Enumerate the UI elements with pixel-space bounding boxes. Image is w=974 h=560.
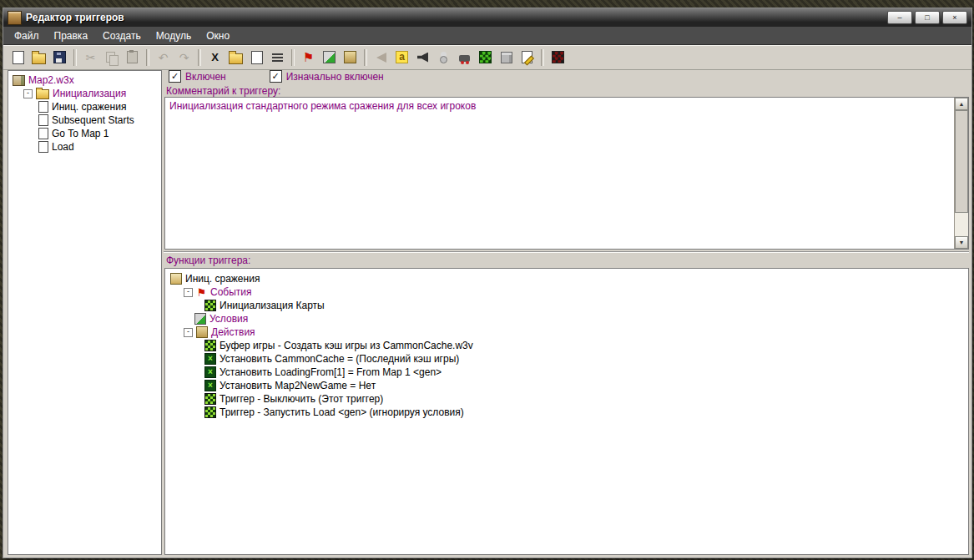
event-checker-icon bbox=[204, 300, 216, 311]
undo-button[interactable]: ↶ bbox=[153, 48, 174, 68]
tree-item-subsequent-starts[interactable]: Subsequent Starts bbox=[8, 114, 161, 127]
speaker-icon bbox=[417, 53, 428, 63]
comment-label: Комментарий к триггеру: bbox=[166, 85, 280, 97]
new-event-button[interactable]: ⚑ bbox=[298, 48, 319, 68]
collapse-icon[interactable] bbox=[184, 288, 193, 297]
trigger-page-icon bbox=[38, 101, 48, 113]
snowman-icon bbox=[440, 56, 447, 63]
copy-button[interactable] bbox=[101, 48, 122, 68]
open-icon bbox=[32, 53, 46, 64]
tree-category-initialization[interactable]: Инициализация bbox=[8, 87, 161, 100]
tree-root-map[interactable]: Map2.w3x bbox=[8, 73, 161, 87]
new-document-button[interactable] bbox=[8, 48, 28, 68]
func-events-node[interactable]: События bbox=[165, 285, 968, 299]
cart-button[interactable] bbox=[454, 48, 475, 68]
menu-module[interactable]: Модуль bbox=[149, 28, 199, 43]
menu-edit[interactable]: Правка bbox=[47, 28, 96, 43]
collapse-icon[interactable] bbox=[23, 89, 33, 98]
action-icon bbox=[196, 326, 208, 338]
new-condition-icon bbox=[323, 51, 336, 63]
trigger-action-icon bbox=[204, 393, 216, 405]
tree-item-label: Subsequent Starts bbox=[52, 114, 134, 126]
func-actions-node[interactable]: Действия bbox=[165, 325, 968, 339]
titlebar[interactable]: Редактор триггеров – □ × bbox=[3, 8, 971, 27]
cube-button[interactable] bbox=[496, 48, 517, 68]
redo-button[interactable]: ↷ bbox=[174, 48, 194, 68]
tree-item-go-to-map-1[interactable]: Go To Map 1 bbox=[8, 127, 161, 140]
collapse-icon[interactable] bbox=[184, 328, 193, 337]
scrollbar-track[interactable] bbox=[955, 110, 968, 236]
checkbox-check-icon bbox=[270, 70, 282, 83]
new-trigger-icon bbox=[251, 51, 263, 64]
window-controls: – □ × bbox=[887, 11, 967, 24]
toolbar-separator bbox=[364, 49, 367, 66]
func-action-item[interactable]: Триггер - Выключить (Этот триггер) bbox=[165, 392, 968, 406]
comment-text: Инициализация стандартного режима сражен… bbox=[169, 100, 950, 113]
tree-item-load[interactable]: Load bbox=[8, 140, 161, 154]
new-category-button[interactable] bbox=[225, 48, 246, 68]
cut-icon: ✂ bbox=[86, 52, 96, 63]
menu-file[interactable]: Файл bbox=[7, 28, 47, 43]
minimize-button[interactable]: – bbox=[887, 11, 912, 24]
comment-textarea[interactable]: Инициализация стандартного режима сражен… bbox=[164, 97, 969, 250]
toolbar-separator bbox=[198, 49, 201, 66]
new-category-icon bbox=[229, 53, 243, 64]
func-conditions-node[interactable]: Условия bbox=[165, 312, 968, 325]
redo-icon: ↷ bbox=[179, 52, 189, 63]
func-action-item[interactable]: Триггер - Запустить Load <gen> (игнориру… bbox=[165, 406, 968, 419]
func-action-item[interactable]: Установить LoadingFrom[1] = From Map 1 <… bbox=[165, 366, 968, 379]
new-document-icon bbox=[13, 51, 24, 64]
test-map-button[interactable] bbox=[548, 48, 568, 68]
cart-icon bbox=[459, 55, 470, 62]
new-trigger-button[interactable] bbox=[246, 48, 267, 68]
menu-window[interactable]: Окно bbox=[199, 28, 237, 43]
event-flag-icon bbox=[196, 287, 207, 298]
delete-icon: X bbox=[211, 52, 219, 63]
toolbar-separator bbox=[73, 49, 77, 66]
menu-create[interactable]: Создать bbox=[95, 28, 149, 43]
cut-button[interactable]: ✂ bbox=[80, 48, 101, 68]
condition-icon bbox=[194, 313, 206, 325]
import-icon bbox=[522, 51, 532, 63]
toolbar: ✂↶↷X⚑a bbox=[3, 45, 971, 70]
tree-root-label: Map2.w3x bbox=[28, 74, 74, 86]
paste-button[interactable] bbox=[122, 48, 143, 68]
maximize-button[interactable]: □ bbox=[915, 11, 940, 24]
scrollbar-thumb[interactable] bbox=[955, 110, 968, 213]
open-button[interactable] bbox=[28, 48, 49, 68]
import-button[interactable] bbox=[517, 48, 537, 68]
save-icon bbox=[53, 51, 66, 63]
set-variable-icon bbox=[204, 353, 216, 365]
func-action-item[interactable]: Установить Map2NewGame = Нет bbox=[165, 379, 968, 392]
new-action-button[interactable] bbox=[340, 48, 361, 68]
save-button[interactable] bbox=[49, 48, 70, 68]
func-root[interactable]: Иниц. сражения bbox=[165, 272, 968, 285]
snowman-button[interactable] bbox=[433, 48, 454, 68]
func-event-item[interactable]: Инициализация Карты bbox=[165, 299, 968, 312]
megaphone-button[interactable] bbox=[371, 48, 391, 68]
paste-icon bbox=[127, 51, 138, 63]
speaker-button[interactable] bbox=[412, 48, 433, 68]
cube-icon bbox=[501, 52, 512, 63]
new-condition-button[interactable] bbox=[319, 48, 340, 68]
scroll-down-icon[interactable]: ▼ bbox=[955, 236, 968, 249]
new-comment-button[interactable] bbox=[267, 48, 288, 68]
tree-item-label: Load bbox=[52, 141, 74, 153]
grid-button[interactable] bbox=[475, 48, 496, 68]
menu-bar: Файл Правка Создать Модуль Окно bbox=[3, 27, 971, 45]
scroll-up-icon[interactable]: ▲ bbox=[955, 98, 968, 110]
enabled-checkbox[interactable]: Включен bbox=[169, 70, 226, 83]
trigger-page-icon bbox=[38, 128, 48, 139]
new-comment-icon bbox=[272, 53, 283, 62]
comment-scrollbar[interactable]: ▲ ▼ bbox=[954, 98, 968, 249]
client-area: Map2.w3x Инициализация Иниц. сражения Su… bbox=[4, 68, 971, 557]
text-a-button[interactable]: a bbox=[391, 48, 412, 68]
func-action-item[interactable]: Буфер игры - Создать кэш игры из CammonC… bbox=[165, 339, 968, 352]
initially-on-checkbox[interactable]: Изначально включен bbox=[270, 70, 384, 83]
trigger-icon bbox=[170, 273, 182, 285]
func-action-item[interactable]: Установить CammonCache = (Последний кэш … bbox=[165, 352, 968, 366]
tree-item-init-battle[interactable]: Иниц. сражения bbox=[8, 100, 161, 114]
close-button[interactable]: × bbox=[942, 11, 967, 24]
delete-button[interactable]: X bbox=[204, 48, 225, 68]
func-root-label: Иниц. сражения bbox=[185, 273, 260, 285]
